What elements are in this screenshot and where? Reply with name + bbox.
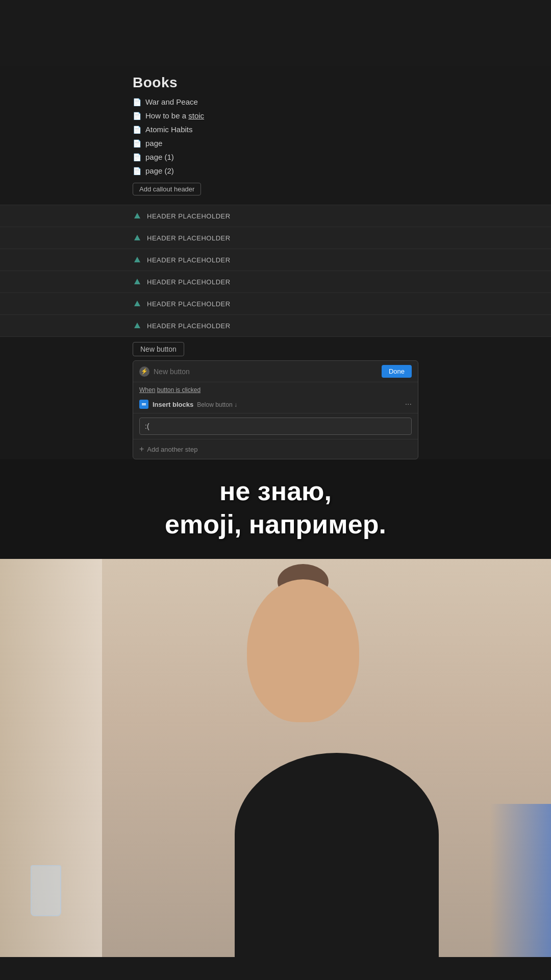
is-clicked-text: is clicked bbox=[176, 386, 201, 394]
page-list: 📄 War and Peace 📄 How to be a stoic 📄 At… bbox=[0, 95, 551, 178]
header-icon-3 bbox=[133, 255, 142, 264]
svg-marker-3 bbox=[134, 279, 140, 284]
below-button-label: Below button ↓ bbox=[195, 401, 237, 408]
header-placeholder-5: HEADER PLACEHOLDER bbox=[147, 300, 231, 308]
header-placeholder-3: HEADER PLACEHOLDER bbox=[147, 256, 231, 264]
list-item: 📄 How to be a stoic bbox=[133, 109, 418, 122]
header-placeholder-2: HEADER PLACEHOLDER bbox=[147, 234, 231, 242]
list-item: 📄 page (1) bbox=[133, 150, 418, 164]
subtitle-line2: emoji, например. bbox=[165, 509, 386, 539]
header-row: HEADER PLACEHOLDER bbox=[0, 314, 551, 337]
svg-marker-5 bbox=[134, 323, 140, 328]
svg-marker-4 bbox=[134, 301, 140, 306]
header-placeholder-6: HEADER PLACEHOLDER bbox=[147, 322, 231, 330]
more-options-icon[interactable]: ··· bbox=[405, 400, 412, 409]
subtitle-area: не знаю, emoji, например. bbox=[0, 459, 551, 559]
subtitle-text: не знаю, emoji, например. bbox=[20, 475, 531, 541]
doc-icon: 📄 bbox=[133, 112, 141, 120]
list-item: 📄 War and Peace bbox=[133, 95, 418, 109]
add-another-step[interactable]: + Add another step bbox=[133, 439, 418, 459]
svg-marker-1 bbox=[134, 235, 140, 240]
add-callout-button[interactable]: Add callout header bbox=[133, 183, 201, 195]
button-underline-text: button bbox=[157, 386, 176, 394]
when-text: When bbox=[139, 386, 155, 394]
doc-icon: 📄 bbox=[133, 139, 141, 148]
books-title: Books bbox=[0, 66, 551, 95]
header-icon-1 bbox=[133, 211, 142, 220]
svg-rect-7 bbox=[142, 405, 146, 406]
plus-icon: + bbox=[139, 445, 144, 454]
add-step-label: Add another step bbox=[147, 446, 197, 453]
button-editor-icon: ⚡ bbox=[139, 366, 149, 377]
header-row: HEADER PLACEHOLDER bbox=[0, 249, 551, 271]
header-icon-6 bbox=[133, 321, 142, 330]
button-name-input[interactable] bbox=[154, 368, 378, 376]
page-title-war: War and Peace bbox=[145, 97, 198, 106]
subtitle-line1: не знаю, bbox=[219, 476, 332, 506]
when-clicked-label: When button is clicked bbox=[133, 382, 418, 396]
insert-blocks-label: Insert blocks Below button ↓ bbox=[153, 401, 401, 408]
svg-marker-0 bbox=[134, 213, 140, 218]
notion-content: Books 📄 War and Peace 📄 How to be a stoi… bbox=[0, 66, 551, 459]
blue-light-accent bbox=[490, 804, 551, 957]
page-title-atomic: Atomic Habits bbox=[145, 125, 193, 134]
insert-blocks-bold: Insert blocks bbox=[153, 401, 193, 408]
header-rows-container: HEADER PLACEHOLDER HEADER PLACEHOLDER HE… bbox=[0, 205, 551, 337]
new-button[interactable]: New button bbox=[133, 342, 184, 356]
done-button[interactable]: Done bbox=[382, 365, 412, 378]
person-head bbox=[247, 579, 359, 722]
button-editor-panel: ⚡ Done When button is clicked Insert blo… bbox=[133, 360, 418, 459]
page-title-page1: page (1) bbox=[145, 153, 174, 161]
emoji-input[interactable] bbox=[139, 418, 412, 435]
header-icon-4 bbox=[133, 277, 142, 286]
list-item: 📄 Atomic Habits bbox=[133, 122, 418, 136]
list-item: 📄 page (2) bbox=[133, 164, 418, 178]
emoji-input-area bbox=[133, 413, 418, 439]
top-bar bbox=[0, 0, 551, 66]
header-icon-5 bbox=[133, 299, 142, 308]
insert-blocks-row: Insert blocks Below button ↓ ··· bbox=[133, 396, 418, 413]
page-title-stoic: How to be a stoic bbox=[145, 111, 204, 120]
page-title-page: page bbox=[145, 139, 162, 148]
header-placeholder-4: HEADER PLACEHOLDER bbox=[147, 278, 231, 286]
header-placeholder-1: HEADER PLACEHOLDER bbox=[147, 212, 231, 220]
new-button-area: New button bbox=[0, 337, 551, 356]
doc-icon: 📄 bbox=[133, 126, 141, 134]
header-row: HEADER PLACEHOLDER bbox=[0, 205, 551, 227]
button-editor-top: ⚡ Done bbox=[133, 361, 418, 382]
svg-marker-2 bbox=[134, 257, 140, 262]
doc-icon: 📄 bbox=[133, 98, 141, 106]
list-item: 📄 page bbox=[133, 136, 418, 150]
insert-blocks-icon bbox=[139, 400, 148, 409]
glass bbox=[31, 865, 61, 916]
header-row: HEADER PLACEHOLDER bbox=[0, 271, 551, 292]
doc-icon: 📄 bbox=[133, 153, 141, 161]
video-section bbox=[0, 559, 551, 957]
header-row: HEADER PLACEHOLDER bbox=[0, 292, 551, 314]
header-row: HEADER PLACEHOLDER bbox=[0, 227, 551, 249]
svg-rect-6 bbox=[142, 403, 146, 404]
person-shirt bbox=[235, 753, 439, 957]
header-icon-2 bbox=[133, 233, 142, 242]
page-title-page2: page (2) bbox=[145, 166, 174, 175]
doc-icon: 📄 bbox=[133, 167, 141, 175]
